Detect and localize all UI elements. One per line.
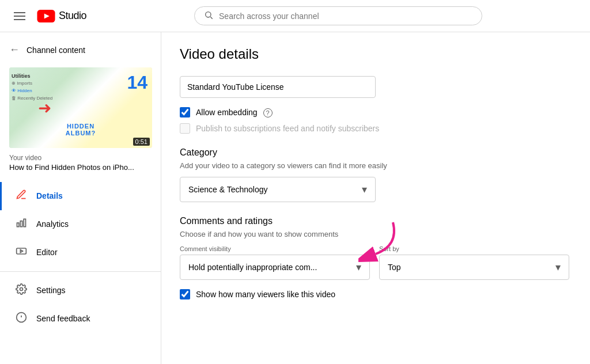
category-section: Category Add your video to a category so… xyxy=(180,147,572,202)
svg-rect-5 xyxy=(20,221,22,227)
license-field: Standard YouTube License xyxy=(180,76,376,98)
thumb-arrow-icon: ➜ xyxy=(38,98,51,117)
sidebar-item-send-feedback-label: Send feedback xyxy=(36,314,90,323)
sidebar-divider xyxy=(0,271,161,272)
publish-notify-checkbox[interactable] xyxy=(180,123,190,134)
comment-visibility-container: Comment visibility Hold potentially inap… xyxy=(180,245,370,280)
show-likes-checkbox[interactable] xyxy=(180,289,190,299)
svg-line-3 xyxy=(210,17,212,18)
pencil-icon xyxy=(16,189,27,203)
thumb-hidden-text: HIDDENALBUM? xyxy=(12,123,150,136)
settings-icon xyxy=(16,283,27,298)
youtube-icon xyxy=(37,10,55,22)
sort-by-wrap: Sort by Top ▾ xyxy=(379,245,569,280)
license-section: Standard YouTube License Allow embedding… xyxy=(180,76,572,134)
thumbnail-image: Utilities ⊕ Imports 👁 Hidden 🗑 Recently … xyxy=(9,67,152,148)
sort-by-dropdown[interactable]: Top ▾ xyxy=(379,255,569,280)
category-dropdown[interactable]: Science & Technology ▾ xyxy=(180,177,376,202)
back-label: Channel content xyxy=(27,46,85,55)
video-thumbnail: Utilities ⊕ Imports 👁 Hidden 🗑 Recently … xyxy=(9,67,152,148)
publish-notify-row: Publish to subscriptions feed and notify… xyxy=(180,123,572,134)
sidebar-item-analytics[interactable]: Analytics xyxy=(0,210,161,238)
comment-visibility-arrow: ▾ xyxy=(356,261,361,274)
page-title: Video details xyxy=(180,46,572,62)
back-button[interactable]: ← Channel content xyxy=(0,37,161,63)
sort-by-sublabel: Sort by xyxy=(379,245,569,252)
comments-dropdowns: Comment visibility Hold potentially inap… xyxy=(180,245,572,280)
sidebar-item-editor[interactable]: Editor xyxy=(0,238,161,267)
sidebar-item-editor-label: Editor xyxy=(36,248,58,257)
youtube-studio-logo: Studio xyxy=(37,10,86,22)
allow-embedding-checkbox[interactable] xyxy=(180,107,190,117)
search-icon xyxy=(204,10,213,21)
video-duration: 0:51 xyxy=(133,138,150,146)
show-likes-label: Show how many viewers like this video xyxy=(196,290,335,299)
hamburger-menu[interactable] xyxy=(9,7,30,25)
sort-by-value: Top xyxy=(388,263,401,272)
comment-visibility-value: Hold potentially inappropriate com... xyxy=(188,263,317,272)
video-title: How to Find Hidden Photos on iPho... xyxy=(9,163,152,173)
sidebar-item-settings-label: Settings xyxy=(36,286,66,295)
comment-visibility-sublabel: Comment visibility xyxy=(180,245,370,252)
show-likes-row: Show how many viewers like this video xyxy=(180,289,572,299)
info-icon[interactable]: ? xyxy=(263,108,273,117)
category-dropdown-arrow: ▾ xyxy=(362,183,367,196)
sidebar-item-details[interactable]: Details xyxy=(0,182,161,210)
editor-icon xyxy=(16,245,27,260)
search-bar[interactable] xyxy=(194,6,482,25)
header-left: Studio xyxy=(9,7,86,25)
comments-section: Comments and ratings Choose if and how y… xyxy=(180,216,572,299)
main-content: Video details Standard YouTube License A… xyxy=(161,32,590,364)
analytics-icon xyxy=(16,217,27,232)
app-layout: ← Channel content Utilities ⊕ Imports 👁 … xyxy=(0,32,590,364)
comment-visibility-wrap: Comment visibility Hold potentially inap… xyxy=(180,245,370,280)
feedback-icon xyxy=(16,312,27,326)
sidebar-item-send-feedback[interactable]: Send feedback xyxy=(0,305,161,333)
sidebar-nav: Details Analytics Editor xyxy=(0,182,161,333)
svg-point-8 xyxy=(20,287,23,290)
search-input[interactable] xyxy=(219,12,472,21)
category-title: Category xyxy=(180,147,572,158)
allow-embedding-row: Allow embedding ? xyxy=(180,107,572,117)
svg-rect-6 xyxy=(24,219,25,226)
publish-notify-label: Publish to subscriptions feed and notify… xyxy=(196,124,379,133)
comments-section-desc: Choose if and how you want to show comme… xyxy=(180,230,572,238)
video-label: Your video xyxy=(9,154,152,162)
thumb-ios-number: 14 xyxy=(127,72,148,93)
svg-point-2 xyxy=(206,12,211,17)
app-header: Studio xyxy=(0,0,590,32)
studio-label: Studio xyxy=(59,10,86,22)
video-preview: Utilities ⊕ Imports 👁 Hidden 🗑 Recently … xyxy=(0,63,161,182)
back-arrow-icon: ← xyxy=(9,44,20,56)
sidebar-item-details-label: Details xyxy=(36,191,63,200)
svg-rect-4 xyxy=(17,223,19,227)
allow-embedding-label: Allow embedding ? xyxy=(196,108,273,117)
comments-section-title: Comments and ratings xyxy=(180,216,572,226)
category-selected-value: Science & Technology xyxy=(188,185,268,194)
comment-visibility-dropdown[interactable]: Hold potentially inappropriate com... ▾ xyxy=(180,255,370,280)
category-desc: Add your video to a category so viewers … xyxy=(180,161,572,170)
sidebar-item-settings[interactable]: Settings xyxy=(0,276,161,305)
sidebar-item-analytics-label: Analytics xyxy=(36,219,69,229)
svg-rect-7 xyxy=(17,248,27,254)
sort-by-arrow: ▾ xyxy=(555,261,561,274)
sidebar: ← Channel content Utilities ⊕ Imports 👁 … xyxy=(0,32,161,364)
